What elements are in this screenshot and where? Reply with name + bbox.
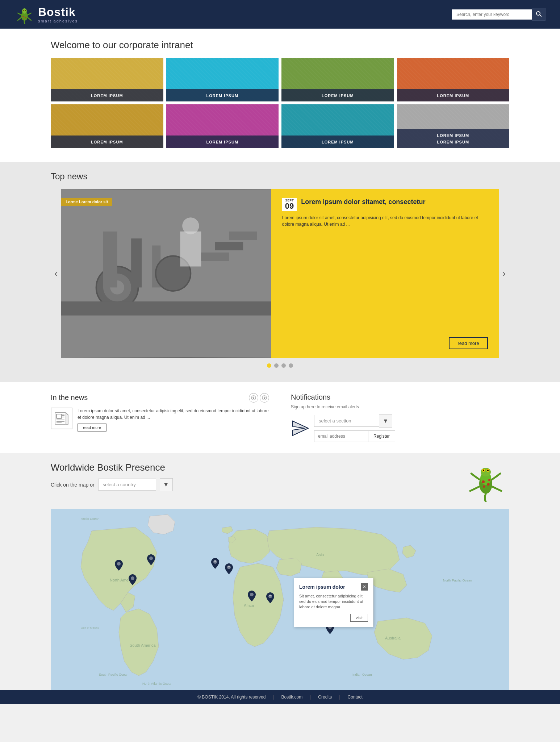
tile-7-label-bar: LOREM IPSUM [281,136,394,148]
tile-4[interactable]: LOREM IPSUM [397,58,510,101]
tile-2[interactable]: LOREM IPSUM [166,58,279,101]
send-icon [291,419,309,437]
tile-1-label-bar: LOREM IPSUM [51,89,163,101]
footer-credits-link[interactable]: Credits [318,695,332,700]
svg-point-51 [488,479,490,481]
svg-text:Asia: Asia [316,553,324,557]
svg-line-14 [540,15,541,16]
map-pin-6[interactable] [266,592,274,605]
tile-4-label-bar: LOREM IPSUM [397,89,510,101]
in-the-news-next-button[interactable] [260,393,269,403]
top-news-title: Top news [51,171,509,182]
news-carousel: ‹ [51,189,509,358]
svg-point-1 [22,8,27,14]
circle-next-icon [262,395,267,400]
svg-text:South Pacific Ocean: South Pacific Ocean [99,673,129,676]
map-pin-4[interactable] [225,563,233,576]
notifications-section: Notifications Sign up here to receive em… [291,393,509,442]
carousel-dot-2[interactable] [274,363,279,368]
map-pin-7[interactable] [147,554,155,567]
tile-5[interactable]: LOREM IPSUM [51,104,163,148]
map-pin-2[interactable] [129,574,137,587]
svg-point-43 [481,468,491,476]
logo-brand-name: Bostik [38,5,78,19]
tile-2-label: LOREM IPSUM [206,93,238,98]
svg-point-25 [183,217,199,234]
popup-title: Lorem ipsum dolor [299,584,345,590]
popup-close-button[interactable]: ✕ [361,583,368,591]
svg-point-64 [117,562,121,566]
map-pin-3[interactable] [211,558,219,570]
tile-3-label-bar: LOREM IPSUM [281,89,394,101]
tile-8-label: LOREM IPSUM LOREM IPSUM [437,133,469,144]
search-button[interactable] [532,8,546,21]
news-item-row: Lorem ipsum dolor sit amet, consectetur … [51,408,269,432]
svg-line-7 [28,13,31,15]
world-map[interactable]: North America South America Africa Asia … [51,509,509,690]
svg-rect-28 [229,232,257,240]
search-area [452,8,546,21]
svg-point-46 [483,470,484,471]
tile-6[interactable]: LOREM IPSUM [166,104,279,148]
carousel-prev-button[interactable]: ‹ [51,264,61,283]
footer-site-link[interactable]: Bostik.com [281,695,303,700]
svg-point-5 [25,10,26,11]
footer-contact-link[interactable]: Contact [347,695,362,700]
notifications-subtitle: Sign up here to receive email alerts [291,404,509,409]
carousel-next-button[interactable]: › [499,264,509,283]
map-pin-5[interactable] [248,591,256,603]
carousel-read-more-button[interactable]: read more [449,337,488,349]
svg-rect-20 [131,238,142,287]
news-headline: Lorem ipsum dolor sitamet, consectetur [301,198,425,206]
popup-visit-button[interactable]: visit [350,614,368,622]
svg-point-47 [487,470,489,471]
svg-text:North Atlantic Ocean: North Atlantic Ocean [142,682,172,685]
carousel-dot-1[interactable] [267,363,271,368]
country-select-chevron[interactable]: ▼ [160,478,173,491]
map-pin-1[interactable] [115,560,123,572]
worldwide-gecko-icon [462,458,509,502]
in-the-news-nav [249,393,269,403]
in-the-news-prev-button[interactable] [249,393,258,403]
svg-text:South America: South America [130,643,156,647]
welcome-title: Welcome to our corporate intranet [51,39,509,51]
top-news-section: Top news ‹ [0,162,560,382]
svg-point-4 [23,10,24,11]
footer-links: © BOSTIK 2014, All rights reserved | Bos… [4,695,556,700]
svg-marker-40 [293,421,308,435]
svg-point-48 [482,480,485,483]
svg-rect-23 [61,301,271,316]
tile-7[interactable]: LOREM IPSUM [281,104,394,148]
tile-1[interactable]: LOREM IPSUM [51,58,163,101]
gecko-logo-icon [14,4,34,24]
tile-3[interactable]: LOREM IPSUM [281,58,394,101]
worldwide-left: Worldwide Bostik Presence Click on the m… [51,462,462,491]
tile-3-label: LOREM IPSUM [322,93,354,98]
carousel-dot-4[interactable] [289,363,293,368]
map-popup: Lorem ipsum dolor ✕ Sit amet, consectetu… [294,578,373,627]
section-select[interactable]: select a section [314,415,379,427]
news-date-box: SEPT 09 [282,198,297,211]
tile-1-label: LOREM IPSUM [91,93,123,98]
notifications-title: Notifications [291,393,509,401]
tile-6-label-bar: LOREM IPSUM [166,136,279,148]
footer-sep-2: | [310,695,311,700]
svg-point-30 [262,396,267,400]
news-day: 09 [285,202,294,210]
tile-4-label: LOREM IPSUM [437,93,469,98]
email-register-row: Register [314,430,395,442]
svg-point-68 [250,593,254,596]
in-the-news-section: In the news [51,393,269,442]
section-select-chevron[interactable]: ▼ [379,414,392,428]
tile-2-label-bar: LOREM IPSUM [166,89,279,101]
tile-8[interactable]: LOREM IPSUM LOREM IPSUM [397,104,510,148]
country-select[interactable]: select a country [98,479,156,491]
email-input[interactable] [314,430,368,442]
location-pin-icon [248,591,256,601]
register-button[interactable]: Register [368,430,395,442]
search-input[interactable] [452,9,532,20]
carousel-dot-3[interactable] [281,363,286,368]
newspaper-icon [54,410,70,426]
in-the-news-read-more-button[interactable]: read more [78,424,106,432]
svg-point-12 [23,18,24,20]
